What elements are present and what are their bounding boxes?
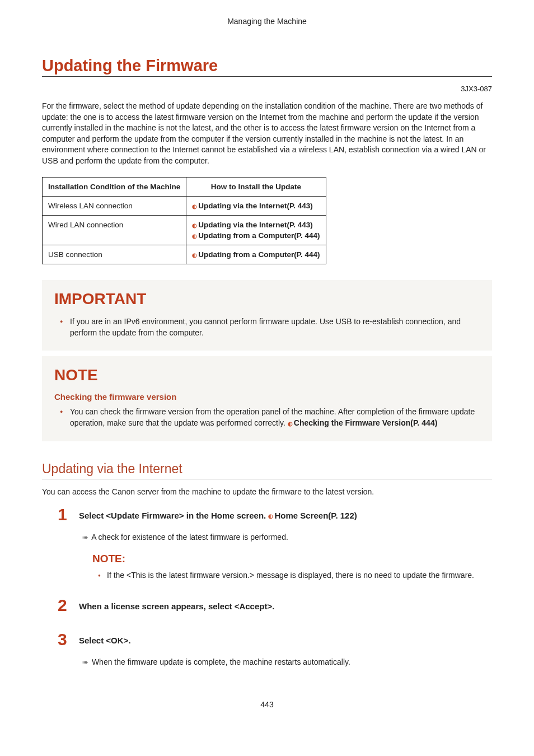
link-bullet-icon: ◐ [288, 421, 293, 427]
step-note-item: If the <This is the latest firmware vers… [104, 570, 492, 581]
cross-ref-link[interactable]: Updating via the Internet(P. 443) [198, 202, 313, 210]
document-code: 3JX3-087 [42, 85, 492, 93]
link-bullet-icon: ◐ [192, 252, 197, 258]
table-header-condition: Installation Condition of the Machine [43, 177, 186, 196]
arrow-icon: ➠ [82, 533, 88, 542]
step-title-text: Select <OK>. [79, 636, 131, 645]
step-number: 2 [58, 596, 67, 615]
step-result-text: A check for existence of the latest firm… [91, 533, 288, 542]
table-cell-condition: Wireless LAN connection [43, 196, 186, 215]
table-row: Wireless LAN connection ◐Updating via th… [43, 196, 326, 215]
note-item: You can check the firmware version from … [67, 406, 480, 429]
step-number: 1 [58, 505, 67, 524]
step-note-label: NOTE: [92, 553, 492, 565]
link-bullet-icon: ◐ [192, 203, 197, 209]
step-2: 2 When a license screen appears, select … [42, 600, 492, 612]
step-result-text: When the firmware update is complete, th… [92, 657, 350, 666]
table-row: USB connection ◐Updating from a Computer… [43, 245, 326, 264]
important-title: IMPORTANT [54, 290, 480, 308]
table-cell-links: ◐Updating via the Internet(P. 443) ◐Upda… [186, 215, 326, 245]
step-number: 3 [58, 630, 67, 649]
cross-ref-link[interactable]: Checking the Firmware Version(P. 444) [294, 418, 438, 427]
important-item: If you are in an IPv6 environment, you c… [67, 316, 480, 339]
intro-paragraph: For the firmware, select the method of u… [42, 101, 492, 167]
note-subhead: Checking the firmware version [54, 392, 480, 402]
step-1: 1 Select <Update Firmware> in the Home s… [42, 510, 492, 581]
table-header-howto: How to Install the Update [186, 177, 326, 196]
link-bullet-icon: ◐ [268, 513, 273, 519]
table-cell-links: ◐Updating via the Internet(P. 443) [186, 196, 326, 215]
cross-ref-link[interactable]: Home Screen(P. 122) [274, 511, 357, 520]
table-row: Wired LAN connection ◐Updating via the I… [43, 215, 326, 245]
arrow-icon: ➠ [82, 658, 88, 666]
table-cell-links: ◐Updating from a Computer(P. 444) [186, 245, 326, 264]
cross-ref-link[interactable]: Updating via the Internet(P. 443) [198, 221, 313, 229]
section-heading: Updating via the Internet [42, 461, 492, 479]
note-title: NOTE [54, 366, 480, 384]
cross-ref-link[interactable]: Updating from a Computer(P. 444) [198, 231, 320, 240]
step-title-text: Select <Update Firmware> in the Home scr… [79, 511, 268, 520]
page-title: Updating the Firmware [42, 57, 492, 77]
table-cell-condition: USB connection [43, 245, 186, 264]
section-lead: You can access the Canon server from the… [42, 487, 492, 496]
note-callout: NOTE Checking the firmware version You c… [42, 356, 492, 441]
step-3: 3 Select <OK>. ➠ When the firmware updat… [42, 634, 492, 666]
link-bullet-icon: ◐ [192, 233, 197, 239]
install-condition-table: Installation Condition of the Machine Ho… [42, 177, 326, 264]
page-number: 443 [42, 700, 492, 709]
table-cell-condition: Wired LAN connection [43, 215, 186, 245]
important-callout: IMPORTANT If you are in an IPv6 environm… [42, 280, 492, 351]
cross-ref-link[interactable]: Updating from a Computer(P. 444) [198, 250, 320, 259]
step-title-text: When a license screen appears, select <A… [79, 601, 274, 611]
link-bullet-icon: ◐ [192, 222, 197, 228]
running-header: Managing the Machine [42, 17, 492, 26]
